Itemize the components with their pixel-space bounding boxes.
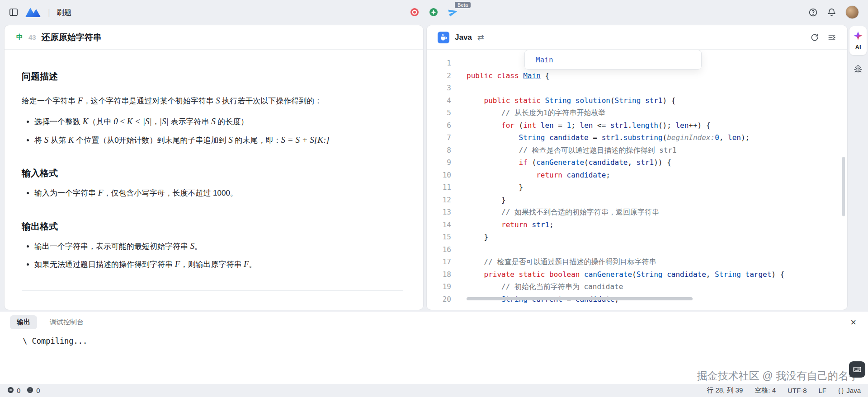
code-text: }: [451, 194, 506, 206]
help-icon[interactable]: [808, 8, 818, 17]
code-line[interactable]: 16: [427, 243, 847, 256]
tab-debug-console[interactable]: 调试控制台: [50, 318, 84, 327]
text-segment: 个位置（从0开始计数）到末尾的子串追加到: [74, 136, 228, 145]
code-token: [580, 270, 584, 279]
code-text: [451, 243, 467, 256]
math-expression: F: [244, 259, 249, 269]
record-icon[interactable]: [410, 7, 420, 17]
code-text: }: [451, 231, 488, 243]
switch-language-icon[interactable]: ⇄: [477, 33, 484, 42]
format-code-icon[interactable]: [827, 33, 836, 42]
code-line[interactable]: 4 public static String solution(String s…: [427, 94, 847, 107]
editor-header: Java ⇄: [427, 25, 847, 50]
math-expression: K: [68, 135, 74, 145]
code-line[interactable]: 3: [427, 82, 847, 94]
text-segment: 将: [34, 136, 44, 145]
code-line[interactable]: 10 return candidate;: [427, 169, 847, 182]
debug-bug-icon[interactable]: [853, 64, 863, 76]
code-line[interactable]: 13 // 如果找不到合适的初始字符串，返回原字符串: [427, 206, 847, 219]
line-number: 14: [427, 219, 451, 231]
code-text: return str1;: [451, 219, 554, 231]
avatar[interactable]: [845, 5, 859, 19]
app-logo[interactable]: [24, 6, 42, 18]
code-token: =: [589, 133, 602, 142]
code-line[interactable]: 8 // 检查是否可以通过题目描述的操作得到 str1: [427, 144, 847, 157]
code-token: [536, 121, 541, 130]
code-token: len: [580, 121, 593, 130]
code-token: substring: [623, 133, 663, 142]
code-token: return: [536, 171, 562, 179]
code-line[interactable]: 15 }: [427, 231, 847, 243]
notifications-bell-icon[interactable]: [827, 8, 836, 17]
code-token: (: [663, 133, 667, 142]
eol-setting[interactable]: LF: [819, 387, 827, 394]
code-token: ;: [571, 121, 580, 130]
code-token: (: [528, 158, 536, 167]
text-segment: 表示字符串: [169, 117, 211, 126]
code-line[interactable]: 18 private static boolean canGenerate(St…: [427, 268, 847, 281]
code-token: length: [632, 121, 658, 130]
horizontal-scrollbar[interactable]: [467, 297, 693, 300]
reset-code-icon[interactable]: [810, 33, 819, 42]
text-segment: 。: [249, 260, 257, 269]
ai-assistant-button[interactable]: AI: [849, 26, 867, 55]
text-segment: ，: [152, 117, 160, 126]
text-segment: 的末尾，即：: [233, 136, 281, 145]
code-token: len: [541, 121, 554, 130]
problem-body[interactable]: 问题描述给定一个字符串 F，这个字符串是通过对某个初始字符串 S 执行若干次以下…: [5, 50, 423, 310]
virtual-keyboard-button[interactable]: [849, 361, 865, 378]
code-comment: // 从长度为1的字符串开始枚举: [501, 108, 606, 117]
code-line[interactable]: 5 // 从长度为1的字符串开始枚举: [427, 107, 847, 119]
code-line[interactable]: 7 String candidate = str1.substring(begi…: [427, 131, 847, 144]
line-number: 5: [427, 107, 451, 119]
code-line[interactable]: 9 if (canGenerate(candidate, str1)) {: [427, 156, 847, 169]
code-line[interactable]: 11 }: [427, 181, 847, 194]
line-number: 17: [427, 256, 451, 268]
code-token: public class: [467, 71, 523, 80]
code-token: [528, 220, 532, 229]
language-mode[interactable]: { } Java: [838, 387, 861, 394]
text-segment: 输出一个字符串，表示可能的最短初始字符串: [34, 242, 190, 251]
math-expression: S: [44, 135, 49, 145]
line-number: 6: [427, 119, 451, 132]
code-token: [467, 282, 501, 291]
code-token: ;: [606, 171, 610, 179]
indent-setting[interactable]: 空格: 4: [755, 386, 776, 395]
share-plane-icon[interactable]: Beta: [448, 7, 458, 18]
errors-icon: [7, 387, 14, 395]
code-token: candidate: [667, 270, 706, 279]
topbar: | 刷题 Beta: [0, 0, 868, 24]
code-line[interactable]: 14 return str1;: [427, 219, 847, 231]
tab-output[interactable]: 输出: [10, 315, 37, 329]
problem-paragraph: 给定一个字符串 F，这个字符串是通过对某个初始字符串 S 执行若干次以下操作得到…: [22, 93, 403, 108]
close-icon[interactable]: ×: [850, 318, 856, 327]
code-line[interactable]: 12 }: [427, 194, 847, 206]
math-expression: |S|: [160, 117, 169, 126]
warning-count[interactable]: 0: [36, 387, 40, 394]
problem-list-item: 输出一个字符串，表示可能的最短初始字符串 S。: [34, 239, 403, 253]
encoding[interactable]: UTF-8: [788, 387, 807, 394]
code-token: String: [519, 133, 545, 142]
code-line[interactable]: 6 for (int len = 1; len <= str1.length()…: [427, 119, 847, 132]
difficulty-badge: 中: [16, 33, 23, 42]
performance-icon[interactable]: [429, 7, 439, 17]
warnings-icon: [27, 387, 33, 395]
code-line[interactable]: 2public class Main {: [427, 70, 847, 82]
app-name[interactable]: 刷题: [57, 7, 72, 18]
code-line[interactable]: 17 // 检查是否可以通过题目描述的操作得到目标字符串: [427, 256, 847, 268]
code-text: for (int len = 1; len <= str1.length(); …: [451, 119, 711, 132]
cursor-position[interactable]: 行 28, 列 39: [707, 386, 743, 395]
sidebar-toggle-icon[interactable]: [9, 8, 18, 16]
code-editor[interactable]: 12public class Main {34 public static St…: [427, 50, 847, 310]
code-token: ,: [706, 270, 715, 279]
vertical-scrollbar[interactable]: [842, 157, 845, 216]
code-token: [571, 96, 576, 105]
math-expression: S = S + S[K:]: [281, 135, 330, 145]
code-line[interactable]: 19 // 初始化当前字符串为 candidate: [427, 280, 847, 293]
code-token: (: [632, 270, 637, 279]
code-token: String: [715, 270, 741, 279]
code-comment: // 初始化当前字符串为 candidate: [501, 282, 623, 291]
error-count[interactable]: 0: [17, 387, 20, 394]
code-text: String candidate = str1.substring(beginI…: [451, 131, 750, 144]
code-token: candidate: [589, 158, 628, 167]
